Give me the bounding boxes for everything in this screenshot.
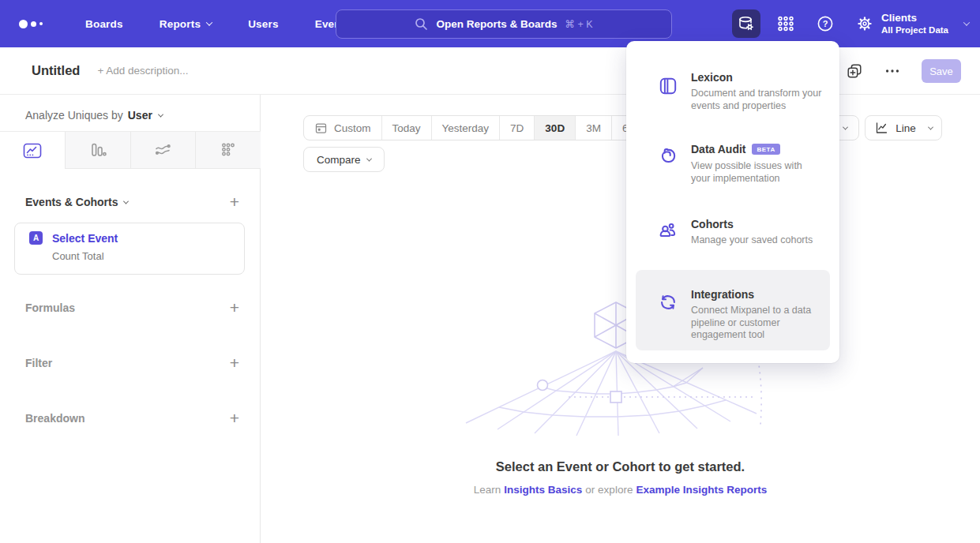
learn-prefix: Learn bbox=[474, 484, 501, 496]
apps-grid-button[interactable] bbox=[772, 9, 800, 38]
example-insights-reports-link[interactable]: Example Insights Reports bbox=[636, 484, 767, 496]
settings-button[interactable] bbox=[850, 9, 879, 38]
integrations-sync-icon bbox=[658, 292, 678, 313]
cohorts-people-icon bbox=[658, 220, 678, 241]
chart-area: Custom Today Yesterday 7D 30D 3M 6M Comp… bbox=[261, 95, 980, 543]
date-range-7d[interactable]: 7D bbox=[499, 116, 534, 140]
help-icon: ? bbox=[816, 14, 835, 33]
more-dots-icon bbox=[884, 62, 901, 80]
select-event-label[interactable]: Select Event bbox=[52, 232, 118, 245]
lexicon-book-icon bbox=[658, 76, 678, 96]
filter-header: Filter bbox=[25, 357, 52, 369]
data-audit-icon bbox=[658, 146, 678, 167]
chevron-down-icon bbox=[158, 111, 163, 117]
logo-dot bbox=[39, 22, 43, 25]
add-description-field[interactable]: + Add description... bbox=[97, 65, 188, 77]
logo-dot bbox=[19, 20, 28, 28]
stacked-chart-icon bbox=[153, 140, 172, 159]
add-filter-button[interactable]: + bbox=[230, 355, 239, 371]
chevron-down-icon bbox=[928, 124, 933, 129]
project-switcher[interactable]: Clients All Project Data bbox=[881, 0, 969, 47]
date-range-custom[interactable]: Custom bbox=[304, 116, 381, 140]
chevron-down-icon bbox=[206, 19, 212, 25]
more-options-button[interactable] bbox=[884, 62, 901, 80]
date-range-3m[interactable]: 3M bbox=[575, 116, 611, 140]
chart-type-dropdown[interactable]: Line bbox=[865, 115, 942, 140]
analyze-label: Analyze Uniques by bbox=[25, 109, 123, 122]
date-range-today[interactable]: Today bbox=[381, 116, 431, 140]
report-title[interactable]: Untitled bbox=[32, 63, 80, 78]
project-name: Clients bbox=[881, 11, 948, 24]
search-icon bbox=[415, 17, 428, 31]
formulas-header: Formulas bbox=[25, 301, 75, 314]
compare-dropdown[interactable]: Compare bbox=[303, 147, 385, 172]
event-letter-badge: A bbox=[29, 231, 43, 245]
metrics-grid-icon bbox=[219, 140, 238, 159]
apps-grid-icon bbox=[776, 14, 795, 33]
tab-bar-chart[interactable] bbox=[65, 132, 130, 169]
add-event-button[interactable]: + bbox=[230, 194, 239, 210]
help-button[interactable]: ? bbox=[811, 9, 839, 38]
database-gear-icon bbox=[737, 14, 756, 33]
search-placeholder: Open Reports & Boards bbox=[436, 18, 557, 30]
line-chart-icon bbox=[22, 141, 43, 160]
global-search-input[interactable]: Open Reports & Boards ⌘ + K bbox=[336, 9, 672, 39]
tab-metrics-chart[interactable] bbox=[195, 132, 261, 169]
duplicate-report-button[interactable] bbox=[846, 62, 863, 80]
beta-badge: BETA bbox=[752, 144, 779, 155]
bar-chart-icon bbox=[88, 140, 107, 159]
empty-state-subtitle: LearnInsights Basicsor exploreExample In… bbox=[261, 484, 980, 496]
chevron-down-icon bbox=[963, 19, 970, 25]
breakdown-header: Breakdown bbox=[25, 412, 84, 425]
mixpanel-insights-page: Boards Reports Users Events Open Reports… bbox=[0, 0, 980, 543]
tab-line-chart[interactable] bbox=[0, 132, 65, 169]
date-range-30d-selected[interactable]: 30D bbox=[534, 116, 575, 140]
count-total-dropdown[interactable]: Count Total bbox=[52, 250, 230, 262]
search-shortcut: ⌘ + K bbox=[565, 18, 592, 30]
duplicate-plus-icon bbox=[846, 62, 863, 80]
query-builder-sidebar: Analyze Uniques by User bbox=[0, 95, 261, 543]
chevron-down-icon bbox=[123, 198, 129, 204]
save-button[interactable]: Save bbox=[922, 59, 961, 83]
events-cohorts-header[interactable]: Events & Cohorts bbox=[25, 196, 128, 208]
project-scope: All Project Data bbox=[881, 24, 948, 36]
select-event-card[interactable]: A Select Event Count Total bbox=[14, 223, 245, 275]
tab-stacked-chart[interactable] bbox=[130, 132, 196, 169]
or-explore-text: or explore bbox=[585, 484, 633, 496]
add-formula-button[interactable]: + bbox=[230, 300, 239, 316]
data-management-dropdown-panel: Lexicon Document and transform your even… bbox=[626, 41, 839, 363]
nav-item-boards[interactable]: Boards bbox=[85, 18, 123, 30]
calendar-icon bbox=[314, 122, 328, 135]
chevron-down-icon bbox=[366, 155, 371, 161]
chart-type-tabs bbox=[0, 131, 261, 169]
add-breakdown-button[interactable]: + bbox=[230, 410, 239, 426]
insights-basics-link[interactable]: Insights Basics bbox=[504, 484, 582, 496]
line-chart-icon bbox=[874, 121, 889, 135]
settings-gear-icon bbox=[855, 14, 874, 33]
mixpanel-logo[interactable] bbox=[19, 20, 57, 28]
nav-item-reports[interactable]: Reports bbox=[160, 18, 212, 30]
date-range-yesterday[interactable]: Yesterday bbox=[431, 116, 500, 140]
data-management-button[interactable] bbox=[732, 9, 760, 38]
svg-text:?: ? bbox=[823, 19, 828, 28]
empty-state-title: Select an Event or Cohort to get started… bbox=[261, 459, 980, 474]
logo-dot bbox=[31, 21, 36, 27]
nav-item-users[interactable]: Users bbox=[248, 18, 279, 30]
top-navigation-bar: Boards Reports Users Events Open Reports… bbox=[0, 0, 980, 47]
chevron-down-icon bbox=[843, 124, 848, 129]
date-range-control: Custom Today Yesterday 7D 30D 3M 6M bbox=[303, 115, 648, 140]
analyze-by-dropdown[interactable]: User bbox=[128, 109, 163, 122]
